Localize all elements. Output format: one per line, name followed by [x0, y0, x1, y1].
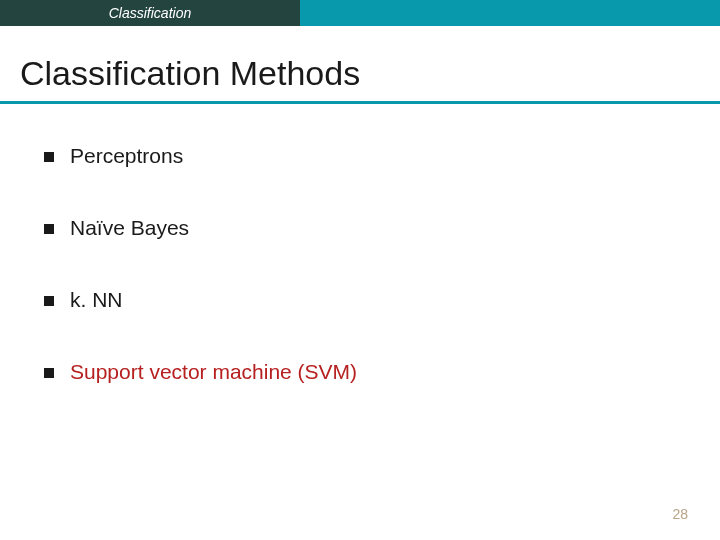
bullet-text: Perceptrons	[70, 144, 183, 168]
bullet-item: Perceptrons	[44, 144, 676, 168]
bullet-item: Support vector machine (SVM)	[44, 360, 676, 384]
square-bullet-icon	[44, 152, 54, 162]
bullet-item: Naïve Bayes	[44, 216, 676, 240]
slide-content: Perceptrons Naïve Bayes k. NN Support ve…	[0, 104, 720, 452]
bullet-text: Naïve Bayes	[70, 216, 189, 240]
square-bullet-icon	[44, 224, 54, 234]
square-bullet-icon	[44, 368, 54, 378]
section-tab-label: Classification	[109, 5, 191, 21]
square-bullet-icon	[44, 296, 54, 306]
title-area: Classification Methods	[0, 26, 720, 101]
bullet-item: k. NN	[44, 288, 676, 312]
top-bar: Classification	[0, 0, 720, 26]
bullet-text: Support vector machine (SVM)	[70, 360, 357, 384]
page-number: 28	[672, 506, 688, 522]
section-tab: Classification	[0, 0, 300, 26]
top-bar-accent	[300, 0, 720, 26]
slide-title: Classification Methods	[20, 54, 700, 93]
bullet-text: k. NN	[70, 288, 123, 312]
